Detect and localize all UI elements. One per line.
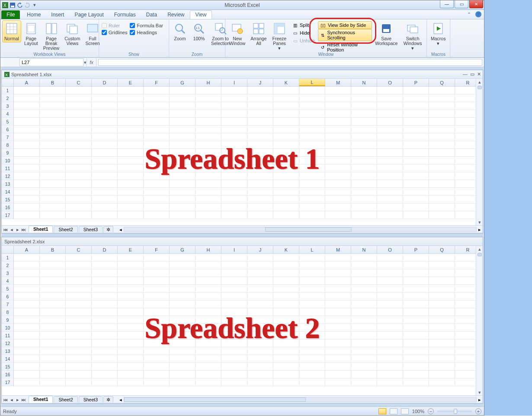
cell[interactable] [170, 87, 195, 94]
cell[interactable] [403, 277, 429, 285]
cell[interactable] [429, 141, 455, 149]
tab-formulas[interactable]: Formulas [109, 10, 141, 19]
column-header[interactable]: J [247, 246, 273, 253]
cell[interactable] [40, 324, 66, 332]
cell[interactable] [429, 347, 455, 355]
cell[interactable] [325, 277, 351, 285]
column-header[interactable]: E [118, 246, 144, 253]
cell[interactable] [377, 277, 403, 285]
cell[interactable] [170, 324, 195, 332]
cell[interactable] [351, 87, 377, 94]
zoom-slider[interactable] [437, 410, 472, 412]
cell[interactable] [40, 308, 66, 316]
cell[interactable] [273, 355, 299, 363]
column-header[interactable]: G [170, 246, 195, 253]
cell[interactable] [118, 371, 144, 378]
cell[interactable] [66, 363, 92, 371]
cell[interactable] [247, 126, 273, 133]
cell[interactable] [325, 110, 351, 118]
cell[interactable] [403, 316, 429, 324]
cell[interactable] [92, 339, 118, 347]
formula-input[interactable] [98, 59, 482, 66]
cell[interactable] [351, 118, 377, 126]
cell[interactable] [247, 371, 273, 378]
cell[interactable] [403, 188, 429, 196]
file-tab[interactable]: File [1, 10, 20, 19]
cell[interactable] [66, 172, 92, 180]
cell[interactable] [92, 316, 118, 324]
cell[interactable] [403, 324, 429, 332]
cell[interactable] [66, 300, 92, 308]
cell[interactable] [66, 180, 92, 188]
cell[interactable] [299, 157, 325, 165]
cell[interactable] [273, 254, 299, 262]
cell[interactable] [170, 254, 195, 262]
doc1-minimize-icon[interactable]: — [463, 71, 468, 77]
name-box-dropdown-icon[interactable]: ▾ [83, 60, 87, 65]
cell[interactable] [351, 371, 377, 378]
cell[interactable] [325, 293, 351, 300]
cell[interactable] [14, 110, 40, 118]
row-header[interactable]: 8 [2, 308, 14, 316]
cell[interactable] [429, 285, 455, 293]
cell[interactable] [273, 316, 299, 324]
cell[interactable] [403, 118, 429, 126]
cell[interactable] [170, 262, 195, 269]
cell[interactable] [429, 204, 455, 211]
cell[interactable] [351, 363, 377, 371]
cell[interactable] [144, 355, 170, 363]
cell[interactable] [325, 141, 351, 149]
cell[interactable] [118, 149, 144, 157]
column-header[interactable]: M [325, 79, 351, 86]
cell[interactable] [92, 254, 118, 262]
cell[interactable] [118, 102, 144, 110]
cell[interactable] [377, 204, 403, 211]
cell[interactable] [14, 300, 40, 308]
cell[interactable] [351, 188, 377, 196]
cell[interactable] [14, 133, 40, 141]
cell[interactable] [40, 332, 66, 339]
cell[interactable] [351, 324, 377, 332]
cell[interactable] [170, 371, 195, 378]
cell[interactable] [221, 277, 247, 285]
cell[interactable] [170, 188, 195, 196]
cell[interactable] [429, 87, 455, 94]
cell[interactable] [429, 118, 455, 126]
cell[interactable] [247, 94, 273, 102]
cell[interactable] [144, 149, 170, 157]
cell[interactable] [403, 172, 429, 180]
cell[interactable] [92, 157, 118, 165]
cell[interactable] [144, 277, 170, 285]
cell[interactable] [325, 316, 351, 324]
cell[interactable] [195, 165, 221, 172]
cell[interactable] [118, 133, 144, 141]
cell[interactable] [221, 308, 247, 316]
zoom-in-button[interactable]: + [475, 408, 481, 414]
cell[interactable] [40, 118, 66, 126]
cell[interactable] [273, 324, 299, 332]
cell[interactable] [170, 316, 195, 324]
cell[interactable] [170, 293, 195, 300]
cell[interactable] [221, 316, 247, 324]
unhide-button[interactable]: ▭Unhide [290, 37, 317, 45]
column-header[interactable]: Q [429, 79, 455, 86]
cell[interactable] [221, 126, 247, 133]
cell[interactable] [118, 94, 144, 102]
cell[interactable] [221, 324, 247, 332]
cell[interactable] [299, 165, 325, 172]
row-header[interactable]: 14 [2, 355, 14, 363]
cell[interactable] [429, 277, 455, 285]
cell[interactable] [40, 87, 66, 94]
cell[interactable] [118, 355, 144, 363]
cell[interactable] [40, 141, 66, 149]
scroll-down-icon[interactable]: ▾ [476, 219, 483, 225]
cell[interactable] [92, 347, 118, 355]
cell[interactable] [247, 316, 273, 324]
tab-next-icon[interactable]: ▸ [15, 227, 21, 232]
split-button[interactable]: ▥Split [290, 21, 317, 29]
cell[interactable] [118, 378, 144, 386]
cell[interactable] [403, 165, 429, 172]
cell[interactable] [429, 211, 455, 219]
cell[interactable] [118, 87, 144, 94]
cell[interactable] [351, 110, 377, 118]
